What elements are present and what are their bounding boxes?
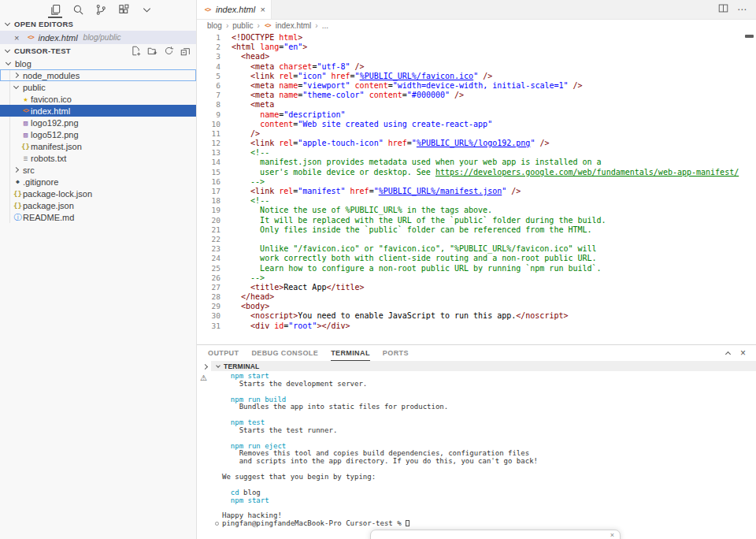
line-number: 26 [197, 273, 220, 283]
explorer-section-header[interactable]: CURSOR-TEST [0, 44, 196, 58]
close-icon[interactable]: × [14, 33, 19, 43]
tree-item-public[interactable]: public [0, 81, 196, 93]
tree-item-label: logo512.png [31, 130, 79, 139]
code-line-17[interactable]: 17 <link rel="manifest" href="%PUBLIC_UR… [197, 187, 756, 196]
tab-close-icon[interactable]: × [261, 5, 265, 14]
terminal-line: Bundles the app into static files for pr… [222, 403, 756, 411]
tab-index-html[interactable]: <> index.html × [197, 0, 272, 19]
tree-item-package-lock.json[interactable]: {}package-lock.json [0, 188, 196, 199]
close-panel-icon[interactable]: × [740, 348, 746, 359]
tree-item-favicon.ico[interactable]: ★favicon.ico [0, 93, 196, 105]
open-editors-header[interactable]: OPEN EDITORS [0, 17, 196, 31]
toast-close-icon[interactable]: × [610, 531, 614, 539]
code-line-20[interactable]: 20 It will be replaced with the URL of t… [197, 216, 756, 225]
tree-item-blog[interactable]: blog [0, 58, 196, 69]
collapse-all-icon[interactable] [180, 45, 191, 57]
tree-item-label: package-lock.json [23, 189, 92, 199]
tree-item-.gitignore[interactable]: ◆.gitignore [0, 176, 196, 188]
panel-tab-ports[interactable]: PORTS [383, 345, 409, 361]
notification-toast[interactable]: × [370, 530, 621, 539]
tree-item-manifest.json[interactable]: {}manifest.json [0, 140, 196, 152]
code-line-21[interactable]: 21 Only files inside the `public` folder… [197, 225, 756, 235]
maximize-panel-icon[interactable] [725, 351, 731, 356]
panel-tab-terminal[interactable]: TERMINAL [331, 345, 370, 361]
tree-item-index.html[interactable]: <>index.html [0, 105, 196, 117]
extensions-icon[interactable] [117, 3, 130, 16]
new-file-icon[interactable] [130, 45, 142, 57]
code-line-24[interactable]: 24 work correctly both with client-side … [197, 254, 756, 263]
breadcrumb-item-blog[interactable]: blog [207, 21, 222, 30]
tree-item-robots.txt[interactable]: ≡robots.txt [0, 152, 196, 164]
code-line-content: Learn how to configure a non-root public… [220, 264, 602, 273]
code-line-18[interactable]: 18 <!-- [197, 196, 756, 206]
txt-file-icon: ≡ [20, 154, 31, 162]
code-line-27[interactable]: 27 <title>React App</title> [197, 283, 756, 292]
code-line-19[interactable]: 19 Notice the use of %PUBLIC_URL% in the… [197, 206, 756, 215]
chevron-down-icon[interactable] [140, 3, 153, 16]
tree-item-logo512.png[interactable]: ▨logo512.png [0, 128, 196, 140]
code-line-5[interactable]: 5 <link rel="icon" href="%PUBLIC_URL%/fa… [197, 72, 756, 81]
breadcrumb-trailing[interactable]: ... [322, 21, 328, 30]
code-line-12[interactable]: 12 <link rel="apple-touch-icon" href="%P… [197, 139, 756, 148]
search-icon[interactable] [72, 3, 84, 16]
line-number: 14 [197, 158, 220, 167]
code-line-2[interactable]: 2<html lang="en"> [197, 43, 756, 52]
chevron-right-icon[interactable] [202, 364, 208, 370]
code-line-1[interactable]: 1<!DOCTYPE html> [197, 33, 756, 43]
source-control-icon[interactable] [94, 3, 107, 16]
terminal-line: Starts the test runner. [222, 427, 756, 435]
tree-item-README.md[interactable]: ⓘREADME.md [0, 211, 196, 223]
code-line-30[interactable]: 30 <noscript>You need to enable JavaScri… [197, 311, 756, 321]
terminal-view[interactable]: ⚠ TERMINAL npm start Starts the developm… [197, 361, 756, 539]
open-editor-item[interactable]: × <> index.html blog/public [0, 31, 196, 44]
code-line-28[interactable]: 28 </head> [197, 292, 756, 302]
code-line-22[interactable]: 22 [197, 235, 756, 244]
code-line-content: <body> [220, 302, 269, 311]
split-editor-icon[interactable] [718, 2, 728, 17]
code-line-content: --> [220, 177, 265, 187]
panel-tab-debug-console[interactable]: DEBUG CONSOLE [251, 345, 318, 361]
tree-item-src[interactable]: src [0, 164, 196, 176]
panel-tab-output[interactable]: OUTPUT [208, 345, 239, 361]
tree-item-package.json[interactable]: {}package.json [0, 199, 196, 211]
overview-ruler-marker [745, 35, 754, 38]
code-line-13[interactable]: 13 <!-- [197, 148, 756, 158]
tree-item-logo192.png[interactable]: ▨logo192.png [0, 117, 196, 128]
new-folder-icon[interactable] [146, 45, 158, 57]
terminal-cursor [406, 520, 410, 526]
breadcrumb-item-public[interactable]: public [232, 21, 253, 30]
code-line-16[interactable]: 16 --> [197, 177, 756, 187]
code-line-26[interactable]: 26 --> [197, 273, 756, 283]
code-line-content: <meta [220, 100, 274, 110]
terminal-group-header[interactable]: TERMINAL [211, 361, 756, 371]
line-number: 23 [197, 244, 220, 254]
code-line-15[interactable]: 15 user's mobile device or desktop. See … [197, 168, 756, 177]
refresh-icon[interactable] [163, 45, 175, 57]
tree-item-label: .gitignore [23, 177, 58, 187]
warning-icon[interactable]: ⚠ [200, 374, 207, 382]
code-line-6[interactable]: 6 <meta name="viewport" content="width=d… [197, 81, 756, 91]
code-line-11[interactable]: 11 /> [197, 129, 756, 139]
code-line-3[interactable]: 3 <head> [197, 52, 756, 61]
panel-tab-bar: OUTPUTDEBUG CONSOLETERMINALPORTS × [197, 345, 756, 361]
code-line-23[interactable]: 23 Unlike "/favicon.ico" or "favicon.ico… [197, 244, 756, 254]
code-line-14[interactable]: 14 manifest.json provides metadata used … [197, 158, 756, 167]
code-line-8[interactable]: 8 <meta [197, 100, 756, 110]
code-line-31[interactable]: 31 <div id="root"></div> [197, 322, 756, 331]
line-number: 4 [197, 62, 220, 72]
chevron-down-icon [5, 20, 10, 26]
tree-item-label: public [23, 83, 46, 92]
code-line-10[interactable]: 10 content="Web site created using creat… [197, 120, 756, 129]
code-line-25[interactable]: 25 Learn how to configure a non-root pub… [197, 264, 756, 273]
code-line-4[interactable]: 4 <meta charset="utf-8" /> [197, 62, 756, 72]
code-line-9[interactable]: 9 name="description" [197, 110, 756, 120]
code-line-7[interactable]: 7 <meta name="theme-color" content="#000… [197, 91, 756, 100]
more-actions-icon[interactable]: ⋯ [737, 4, 747, 15]
code-line-29[interactable]: 29 <body> [197, 302, 756, 311]
terminal-output[interactable]: npm start Starts the development server.… [197, 371, 756, 528]
line-number: 11 [197, 129, 220, 139]
tree-item-node_modules[interactable]: node_modules [0, 69, 196, 81]
explorer-icon[interactable] [49, 3, 61, 16]
code-editor[interactable]: 1<!DOCTYPE html>2<html lang="en">3 <head… [197, 32, 756, 331]
breadcrumb-item-index.html[interactable]: index.html [276, 21, 312, 30]
